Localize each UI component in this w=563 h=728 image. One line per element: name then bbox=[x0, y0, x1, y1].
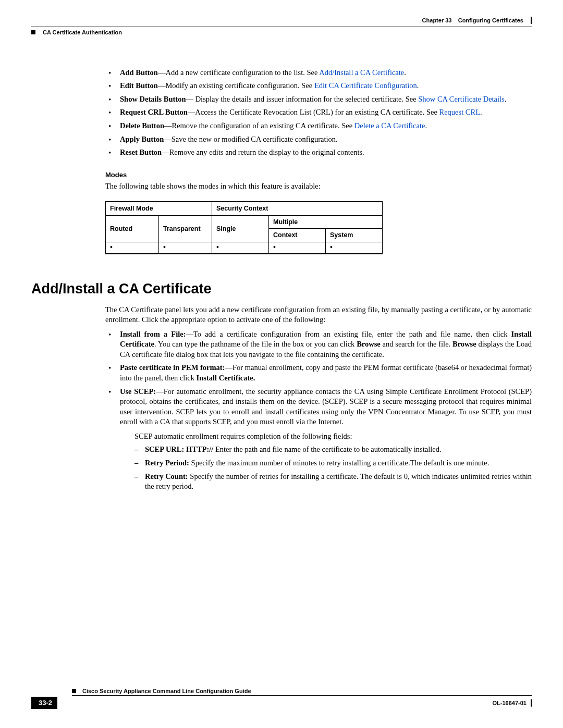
list-item: Apply Button—Save the new or modified CA… bbox=[105, 134, 532, 145]
th-security: Security Context bbox=[212, 202, 383, 215]
list-item: Delete Button—Remove the configuration o… bbox=[105, 121, 532, 131]
link-show-details[interactable]: Show CA Certificate Details bbox=[418, 95, 505, 103]
list-item: SCEP URL: HTTP:// Enter the path and fil… bbox=[133, 445, 532, 455]
cell-context: • bbox=[269, 242, 326, 254]
footer-divider bbox=[531, 699, 532, 707]
install-options-list: Install from a File:—To add a certificat… bbox=[105, 329, 532, 492]
th-multiple: Multiple bbox=[269, 215, 383, 229]
link-add-install[interactable]: Add/Install a CA Certificate bbox=[319, 68, 404, 77]
th-firewall: Firewall Mode bbox=[106, 202, 212, 215]
section-title-add-install: Add/Install a CA Certificate bbox=[31, 279, 532, 298]
document-id: OL-16647-01 bbox=[493, 699, 527, 707]
modes-intro: The following table shows the modes in w… bbox=[105, 181, 532, 192]
footer-marker-icon bbox=[72, 689, 76, 693]
chapter-label: Chapter 33 bbox=[422, 17, 452, 23]
button-description-list: Add Button—Add a new certificate configu… bbox=[105, 68, 532, 158]
th-single: Single bbox=[212, 215, 269, 242]
th-routed: Routed bbox=[106, 215, 159, 242]
list-item: Reset Button—Remove any edits and return… bbox=[105, 147, 532, 158]
link-request-crl[interactable]: Request CRL bbox=[439, 108, 481, 116]
list-item: Add Button—Add a new certificate configu… bbox=[105, 68, 532, 78]
list-item: Retry Count: Specify the number of retri… bbox=[133, 472, 532, 492]
footer-guide-title: Cisco Security Appliance Command Line Co… bbox=[82, 687, 251, 695]
modes-heading: Modes bbox=[105, 170, 532, 180]
page-number-badge: 33-2 bbox=[31, 697, 57, 709]
footer-rule bbox=[72, 695, 532, 696]
section-label: CA Certificate Authentication bbox=[43, 29, 122, 36]
cell-routed: • bbox=[106, 242, 159, 254]
chapter-title: Configuring Certificates bbox=[458, 17, 523, 23]
cell-single: • bbox=[212, 242, 269, 254]
cell-transparent: • bbox=[159, 242, 212, 254]
link-edit-config[interactable]: Edit CA Certificate Configuration bbox=[314, 81, 417, 90]
list-item: Show Details Button— Display the details… bbox=[105, 94, 532, 105]
list-item: Use SCEP:—For automatic enrollment, the … bbox=[105, 387, 532, 492]
header-rule bbox=[31, 27, 532, 27]
list-item: Edit Button—Modify an existing certifica… bbox=[105, 81, 532, 91]
list-item: Retry Period: Specify the maximum number… bbox=[133, 458, 532, 468]
modes-table: Firewall Mode Security Context Routed Tr… bbox=[105, 201, 383, 255]
list-item: Install from a File:—To add a certificat… bbox=[105, 329, 532, 360]
intro-paragraph: The CA Certificate panel lets you add a … bbox=[105, 305, 532, 325]
th-context: Context bbox=[269, 229, 326, 242]
th-system: System bbox=[326, 229, 383, 242]
scep-fields-list: SCEP URL: HTTP:// Enter the path and fil… bbox=[133, 445, 532, 491]
th-transparent: Transparent bbox=[159, 215, 212, 242]
cell-system: • bbox=[326, 242, 383, 254]
link-delete-cert[interactable]: Delete a CA Certificate bbox=[354, 121, 425, 130]
list-item: Paste certificate in PEM format:—For man… bbox=[105, 363, 532, 383]
section-marker-icon bbox=[31, 30, 35, 34]
header-divider bbox=[531, 17, 532, 24]
scep-note: SCEP automatic enrollment requires compl… bbox=[133, 431, 532, 442]
list-item: Request CRL Button—Access the Certificat… bbox=[105, 107, 532, 118]
